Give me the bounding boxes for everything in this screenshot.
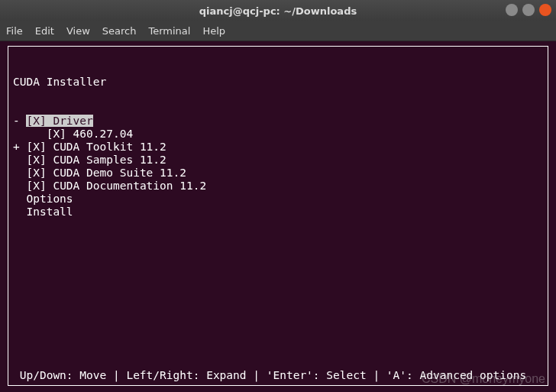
line-content: Options (26, 193, 73, 205)
line-prefix: + (13, 141, 26, 153)
checkbox-indicator[interactable]: [X] (26, 141, 46, 153)
line-content: [X] Driver (26, 115, 92, 127)
menu-search[interactable]: Search (102, 25, 137, 37)
terminal-area[interactable]: CUDA Installer - [X] Driver [X] 460.27.0… (0, 41, 556, 392)
checkbox-indicator[interactable]: [X] (47, 128, 66, 140)
tui-body: CUDA Installer - [X] Driver [X] 460.27.0… (8, 47, 548, 248)
menu-terminal[interactable]: Terminal (148, 25, 190, 37)
installer-line[interactable]: Install (13, 206, 543, 219)
installer-line[interactable]: [X] 460.27.04 (13, 128, 543, 141)
installer-line[interactable]: [X] CUDA Demo Suite 11.2 (13, 167, 543, 180)
line-label: CUDA Documentation 11.2 (47, 180, 207, 192)
checkbox-indicator[interactable]: [X] (26, 167, 46, 179)
line-content: [X] CUDA Demo Suite 11.2 (26, 167, 186, 179)
installer-line[interactable]: - [X] Driver (13, 115, 543, 128)
line-label: 460.27.04 (66, 128, 133, 140)
line-content: Install (26, 206, 73, 218)
checkbox-indicator[interactable]: [X] (26, 180, 46, 192)
close-button[interactable] (539, 4, 551, 16)
menu-edit[interactable]: Edit (35, 25, 54, 37)
line-content: [X] CUDA Samples 11.2 (26, 154, 166, 166)
line-content: [X] CUDA Toolkit 11.2 (26, 141, 166, 153)
installer-line[interactable]: [X] CUDA Documentation 11.2 (13, 180, 543, 193)
line-label: Options (26, 193, 73, 205)
line-prefix (13, 193, 26, 205)
minimize-button[interactable] (506, 4, 518, 16)
menu-help[interactable]: Help (202, 25, 225, 37)
line-prefix (13, 154, 26, 166)
menubar: File Edit View Search Terminal Help (0, 21, 556, 41)
line-prefix (13, 128, 47, 140)
window-controls (506, 4, 551, 16)
line-content: [X] 460.27.04 (47, 128, 134, 140)
line-label: CUDA Toolkit 11.2 (47, 141, 166, 153)
line-label: CUDA Samples 11.2 (47, 154, 166, 166)
maximize-button[interactable] (522, 4, 535, 16)
line-label: Driver (47, 115, 93, 127)
line-prefix (13, 180, 26, 192)
installer-line[interactable]: Options (13, 193, 543, 206)
installer-line[interactable]: [X] CUDA Samples 11.2 (13, 154, 543, 167)
tui-frame: CUDA Installer - [X] Driver [X] 460.27.0… (8, 46, 548, 386)
line-label: Install (26, 206, 73, 218)
tui-footer-hints: Up/Down: Move | Left/Right: Expand | 'En… (13, 369, 543, 382)
menu-file[interactable]: File (6, 25, 23, 37)
line-prefix (13, 206, 26, 218)
line-label: CUDA Demo Suite 11.2 (47, 167, 186, 179)
line-prefix: - (13, 115, 26, 127)
line-content: [X] CUDA Documentation 11.2 (26, 180, 206, 192)
checkbox-indicator[interactable]: [X] (26, 115, 46, 127)
window-title: qiancj@qcj-pc: ~/Downloads (199, 5, 357, 17)
checkbox-indicator[interactable]: [X] (26, 154, 46, 166)
installer-heading: CUDA Installer (13, 76, 543, 89)
menu-view[interactable]: View (66, 25, 90, 37)
installer-line[interactable]: + [X] CUDA Toolkit 11.2 (13, 141, 543, 154)
line-prefix (13, 167, 26, 179)
window-titlebar: qiancj@qcj-pc: ~/Downloads (0, 0, 556, 21)
